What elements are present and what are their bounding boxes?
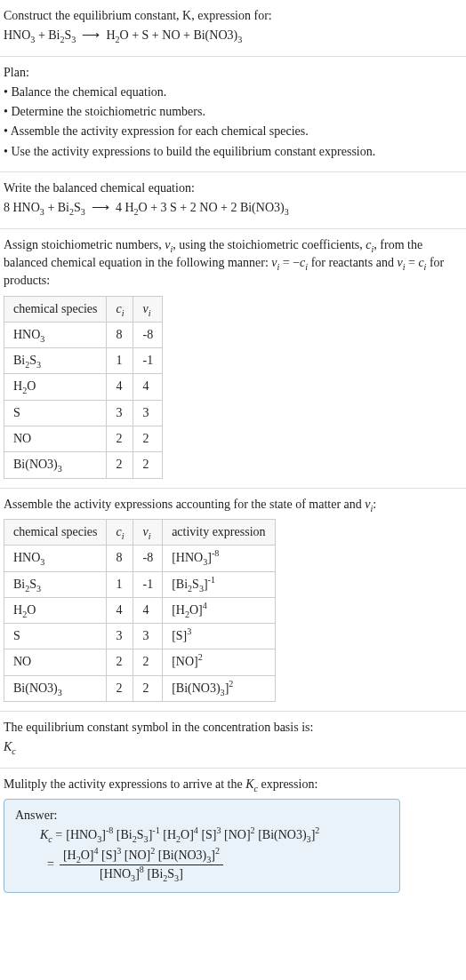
cell-species: Bi(NO3)3 [4,452,107,478]
cell-ci: 4 [107,374,133,400]
cell-species: Bi2S3 [4,348,107,374]
cell-ci: 3 [107,400,133,426]
table-row: Bi(NO3)3 2 2 [4,452,163,478]
cell-vi: 3 [133,400,163,426]
equals-sign: = [47,856,54,873]
final-heading: Mulitply the activity expressions to arr… [4,776,462,793]
cell-vi: 2 [133,649,163,675]
activity-table: chemical species ci νi activity expressi… [4,519,276,702]
symbol-heading: The equilibrium constant symbol in the c… [4,719,462,737]
balanced-reaction: 8 HNO3 + Bi2S3 ⟶ 4 H2O + 3 S + 2 NO + 2 … [4,199,462,217]
table-row: H2O 4 4 [H2O]4 [4,597,276,623]
plan-item-1: • Balance the chemical equation. [4,84,462,101]
kc-product-expression: [HNO3]-8 [Bi2S3]-1 [H2O]4 [S]3 [NO]2 [Bi… [66,826,319,844]
cell-species: Bi(NO3)3 [4,675,107,701]
activity-heading: Assemble the activity expressions accoun… [4,496,462,514]
cell-ci: 1 [107,571,133,597]
answer-box: Answer: Kc = [HNO3]-8 [Bi2S3]-1 [H2O]4 [… [4,799,400,893]
cell-vi: 4 [133,597,163,623]
col-activity: activity expression [163,519,275,545]
col-vi: νi [133,296,163,322]
plan-item-2: • Determine the stoichiometric numbers. [4,103,462,121]
cell-ci: 2 [107,426,133,452]
table-row: Bi2S3 1 -1 [4,348,163,374]
answer-label: Answer: [15,807,389,825]
plan-section: Plan: • Balance the chemical equation. •… [0,57,466,172]
cell-species: NO [4,649,107,675]
cell-vi: -1 [133,571,163,597]
cell-species: S [4,624,107,649]
cell-vi: 3 [133,624,163,649]
kc-expression-line1: Kc = [HNO3]-8 [Bi2S3]-1 [H2O]4 [S]3 [NO]… [15,826,389,844]
intro-reaction: HNO3 + Bi2S3 ⟶ H2O + S + NO + Bi(NO3)3 [4,27,462,44]
stoich-paragraph: Assign stoichiometric numbers, νi, using… [4,236,462,291]
col-species: chemical species [4,519,107,545]
cell-vi: 2 [133,452,163,478]
cell-activity: [Bi2S3]-1 [163,571,275,597]
stoich-section: Assign stoichiometric numbers, νi, using… [0,229,466,489]
plan-heading: Plan: [4,64,462,82]
table-row: HNO3 8 -8 [4,322,163,347]
cell-species: H2O [4,374,107,400]
cell-vi: -1 [133,348,163,374]
cell-vi: 2 [133,675,163,701]
col-ci: ci [107,519,133,545]
kc-numerator: [H2O]4 [S]3 [NO]2 [Bi(NO3)3]2 [60,847,223,865]
cell-vi: 4 [133,374,163,400]
cell-species: H2O [4,597,107,623]
table-row: NO 2 2 [NO]2 [4,649,276,675]
cell-species: S [4,400,107,426]
table-row: H2O 4 4 [4,374,163,400]
table-row: S 3 3 [4,400,163,426]
table-header-row: chemical species ci νi activity expressi… [4,519,276,545]
cell-activity: [Bi(NO3)3]2 [163,675,275,701]
cell-species: HNO3 [4,546,107,571]
cell-activity: [HNO3]-8 [163,546,275,571]
balanced-heading: Write the balanced chemical equation: [4,179,462,197]
table-row: NO 2 2 [4,426,163,452]
cell-ci: 1 [107,348,133,374]
symbol-section: The equilibrium constant symbol in the c… [0,712,466,769]
col-vi: νi [133,519,163,545]
symbol-value: Kc [4,738,462,756]
cell-vi: 2 [133,426,163,452]
table-header-row: chemical species ci νi [4,296,163,322]
cell-ci: 8 [107,322,133,347]
stoich-table: chemical species ci νi HNO3 8 -8 Bi2S3 1… [4,296,163,479]
cell-ci: 2 [107,675,133,701]
col-species: chemical species [4,296,107,322]
intro-section: Construct the equilibrium constant, K, e… [0,0,466,57]
cell-ci: 8 [107,546,133,571]
kc-fraction: [H2O]4 [S]3 [NO]2 [Bi(NO3)3]2 [HNO3]8 [B… [60,847,223,884]
cell-ci: 2 [107,452,133,478]
cell-vi: -8 [133,546,163,571]
cell-species: Bi2S3 [4,571,107,597]
cell-species: HNO3 [4,322,107,347]
balanced-section: Write the balanced chemical equation: 8 … [0,172,466,229]
table-row: HNO3 8 -8 [HNO3]-8 [4,546,276,571]
kc-expression-line2: = [H2O]4 [S]3 [NO]2 [Bi(NO3)3]2 [HNO3]8 … [47,847,389,884]
plan-item-3: • Assemble the activity expression for e… [4,123,462,140]
col-ci: ci [107,296,133,322]
kc-lead: Kc = [40,826,62,844]
final-section: Mulitply the activity expressions to arr… [0,769,466,902]
cell-vi: -8 [133,322,163,347]
table-row: Bi(NO3)3 2 2 [Bi(NO3)3]2 [4,675,276,701]
cell-species: NO [4,426,107,452]
cell-activity: [H2O]4 [163,597,275,623]
plan-item-4: • Use the activity expressions to build … [4,143,462,161]
table-row: S 3 3 [S]3 [4,624,276,649]
cell-activity: [NO]2 [163,649,275,675]
cell-ci: 3 [107,624,133,649]
intro-line1: Construct the equilibrium constant, K, e… [4,7,462,25]
kc-denominator: [HNO3]8 [Bi2S3] [60,865,223,883]
cell-ci: 2 [107,649,133,675]
cell-activity: [S]3 [163,624,275,649]
cell-ci: 4 [107,597,133,623]
activity-section: Assemble the activity expressions accoun… [0,489,466,712]
table-row: Bi2S3 1 -1 [Bi2S3]-1 [4,571,276,597]
